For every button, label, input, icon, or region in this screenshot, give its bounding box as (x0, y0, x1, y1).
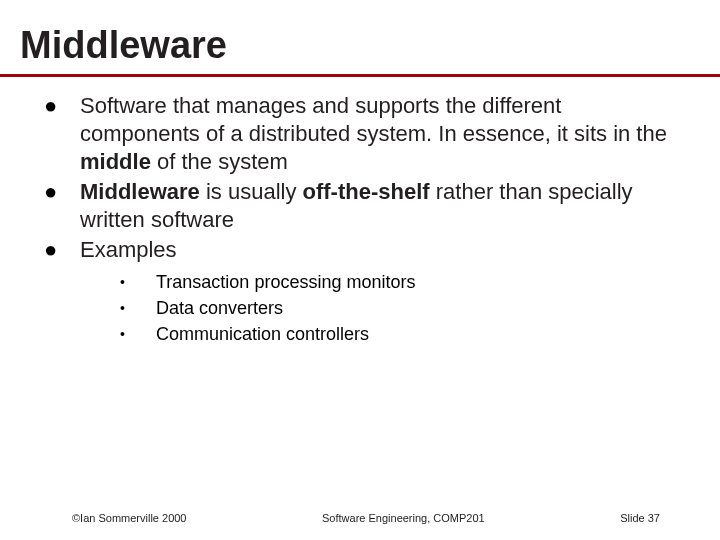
sub-bullet-item: • Communication controllers (116, 322, 682, 346)
text-bold: middle (80, 149, 151, 174)
sub-bullet-icon: • (116, 322, 156, 346)
footer-slide-number: Slide 37 (620, 512, 660, 524)
footer-copyright: ©Ian Sommerville 2000 (72, 512, 187, 524)
bullet-text: Middleware is usually off-the-shelf rath… (80, 178, 682, 234)
bullet-item: ● Software that manages and supports the… (38, 92, 682, 176)
text-run: of the system (151, 149, 288, 174)
text-run: Software that manages and supports the d… (80, 93, 667, 146)
bullet-item: ● Middleware is usually off-the-shelf ra… (38, 178, 682, 234)
sub-bullet-item: • Data converters (116, 296, 682, 320)
sub-bullet-icon: • (116, 270, 156, 294)
sub-bullet-text: Transaction processing monitors (156, 270, 415, 294)
sub-bullet-icon: • (116, 296, 156, 320)
bullet-icon: ● (38, 92, 80, 176)
slide-body: ● Software that manages and supports the… (0, 92, 720, 348)
bullet-icon: ● (38, 236, 80, 264)
sub-bullet-list: • Transaction processing monitors • Data… (116, 270, 682, 346)
bullet-icon: ● (38, 178, 80, 234)
bullet-text: Software that manages and supports the d… (80, 92, 682, 176)
footer-course: Software Engineering, COMP201 (322, 512, 485, 524)
sub-bullet-item: • Transaction processing monitors (116, 270, 682, 294)
sub-bullet-text: Data converters (156, 296, 283, 320)
bullet-text: Examples (80, 236, 682, 264)
bullet-item: ● Examples (38, 236, 682, 264)
text-run: is usually (200, 179, 303, 204)
text-bold: Middleware (80, 179, 200, 204)
slide-title: Middleware (20, 24, 227, 67)
text-bold: off-the-shelf (303, 179, 430, 204)
slide-footer: ©Ian Sommerville 2000 Software Engineeri… (0, 512, 720, 524)
title-underline (0, 74, 720, 77)
sub-bullet-text: Communication controllers (156, 322, 369, 346)
